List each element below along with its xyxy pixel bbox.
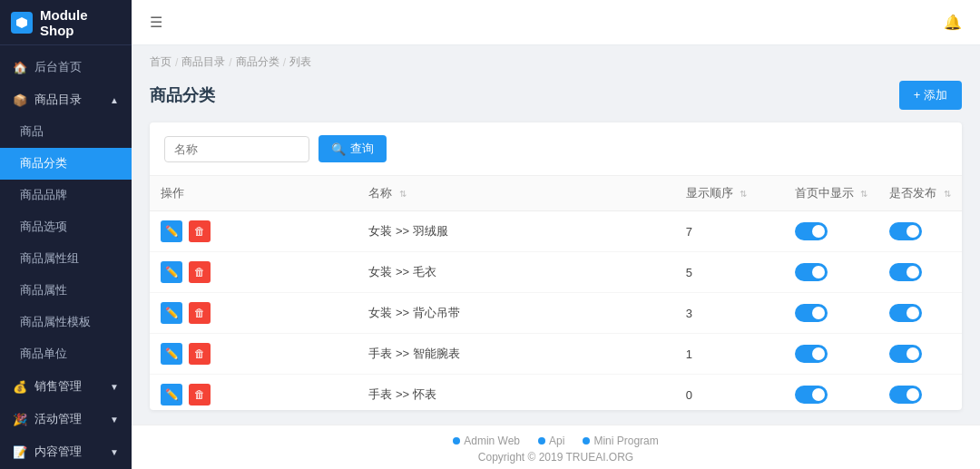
sort-icon-order: ⇅: [740, 189, 747, 199]
sidebar-item-brand[interactable]: 商品品牌: [0, 180, 132, 211]
toggle-published-3[interactable]: [889, 345, 922, 363]
cell-homepage-4: [784, 375, 879, 411]
products-icon: 📦: [13, 93, 27, 107]
app-logo: [11, 12, 33, 34]
sidebar-item-unit[interactable]: 商品单位: [0, 338, 132, 370]
main-area: ☰ 🔔 首页 / 商品目录 / 商品分类 / 列表 商品分类 + 添加 🔍: [132, 0, 980, 469]
sidebar-item-home[interactable]: 🏠 后台首页: [0, 51, 132, 83]
toggle-published-2[interactable]: [889, 304, 922, 322]
footer-admin-label: Admin Web: [464, 435, 520, 447]
sidebar-label-sales: 销售管理: [34, 378, 82, 395]
breadcrumb-home[interactable]: 首页: [150, 54, 172, 70]
cell-name-0: 女装 >> 羽绒服: [358, 211, 674, 252]
toggle-slider-homepage-4: [795, 386, 828, 404]
sidebar-item-option[interactable]: 商品选项: [0, 211, 132, 243]
sidebar-label-attr-tpl: 商品属性模板: [20, 315, 91, 330]
sort-icon-homepage: ⇅: [860, 189, 867, 199]
footer-link-admin[interactable]: Admin Web: [453, 435, 520, 447]
sidebar-label-attr-group: 商品属性组: [20, 251, 79, 267]
toggle-homepage-1[interactable]: [795, 263, 828, 281]
edit-button-2[interactable]: ✏️: [161, 302, 182, 324]
delete-button-3[interactable]: 🗑: [189, 343, 211, 365]
sidebar-item-attr[interactable]: 商品属性: [0, 275, 132, 307]
chevron-down-icon-sales: ▼: [110, 382, 119, 392]
menu-toggle-icon[interactable]: ☰: [150, 14, 162, 31]
edit-button-0[interactable]: ✏️: [161, 220, 182, 242]
cell-action-2: ✏️ 🗑: [150, 293, 358, 334]
cell-order-2: 3: [675, 293, 784, 334]
search-button[interactable]: 🔍 查询: [318, 135, 387, 162]
sidebar-item-attr-group[interactable]: 商品属性组: [0, 243, 132, 275]
breadcrumb-catalog[interactable]: 商品目录: [181, 54, 225, 70]
toggle-slider-published-0: [889, 222, 922, 240]
sidebar-item-category[interactable]: 商品分类: [0, 148, 132, 180]
edit-button-3[interactable]: ✏️: [161, 343, 182, 365]
breadcrumb-category[interactable]: 商品分类: [236, 54, 279, 70]
search-input[interactable]: [164, 136, 309, 162]
toggle-slider-homepage-2: [795, 304, 828, 322]
edit-button-4[interactable]: ✏️: [161, 384, 182, 405]
col-published[interactable]: 是否发布 ⇅: [878, 176, 962, 211]
toggle-published-0[interactable]: [889, 222, 922, 240]
cell-action-3: ✏️ 🗑: [150, 334, 358, 375]
sidebar-label-option: 商品选项: [20, 220, 67, 235]
data-table: 操作 名称 ⇅ 显示顺序 ⇅ 首页中显示: [150, 176, 962, 410]
toggle-homepage-0[interactable]: [795, 222, 828, 240]
chevron-down-icon-activity: ▼: [110, 415, 119, 425]
breadcrumb-sep-1: /: [175, 56, 178, 69]
toggle-slider-published-2: [889, 304, 922, 322]
main-card: 🔍 查询 操作 名称 ⇅: [150, 122, 962, 410]
sidebar-item-goods[interactable]: 商品: [0, 116, 132, 148]
delete-button-2[interactable]: 🗑: [189, 302, 211, 324]
sidebar-item-attr-tpl[interactable]: 商品属性模板: [0, 307, 132, 338]
bell-icon[interactable]: 🔔: [944, 14, 962, 31]
delete-button-4[interactable]: 🗑: [189, 384, 211, 405]
sidebar-item-sales[interactable]: 💰 销售管理 ▼: [0, 370, 132, 403]
footer-link-api[interactable]: Api: [538, 435, 564, 447]
breadcrumb: 首页 / 商品目录 / 商品分类 / 列表: [132, 45, 980, 73]
cell-published-4: [878, 375, 962, 411]
svg-marker-0: [16, 17, 27, 28]
toggle-slider-published-4: [889, 386, 922, 404]
page-header: 商品分类 + 添加: [132, 73, 980, 122]
cell-published-3: [878, 334, 962, 375]
breadcrumb-sep-3: /: [283, 56, 286, 69]
sidebar-item-products[interactable]: 📦 商品目录 ▲: [0, 83, 132, 116]
sidebar-label-attr: 商品属性: [20, 283, 67, 298]
edit-button-1[interactable]: ✏️: [161, 261, 182, 283]
sidebar-label-activity: 活动管理: [34, 411, 82, 427]
search-icon: 🔍: [331, 142, 346, 156]
col-homepage-display[interactable]: 首页中显示 ⇅: [784, 176, 879, 211]
toggle-slider-homepage-1: [795, 263, 828, 281]
cell-published-2: [878, 293, 962, 334]
table-row: ✏️ 🗑 手表 >> 怀表 0: [150, 375, 962, 411]
cell-order-3: 1: [675, 334, 784, 375]
toggle-homepage-4[interactable]: [795, 386, 828, 404]
delete-button-0[interactable]: 🗑: [189, 220, 211, 242]
toggle-homepage-2[interactable]: [795, 304, 828, 322]
sidebar-label-unit: 商品单位: [20, 347, 67, 362]
cell-name-3: 手表 >> 智能腕表: [358, 334, 674, 375]
table-row: ✏️ 🗑 手表 >> 智能腕表 1: [150, 334, 962, 375]
cell-action-1: ✏️ 🗑: [150, 252, 358, 293]
toggle-slider-published-1: [889, 263, 922, 281]
content-area: 首页 / 商品目录 / 商品分类 / 列表 商品分类 + 添加 🔍 查询: [132, 45, 980, 469]
sidebar-label-products: 商品目录: [34, 92, 82, 108]
sidebar-item-content[interactable]: 📝 内容管理 ▼: [0, 435, 132, 468]
cell-name-2: 女装 >> 背心吊带: [358, 293, 674, 334]
breadcrumb-sep-2: /: [229, 56, 231, 69]
toggle-homepage-3[interactable]: [795, 345, 828, 363]
toggle-published-1[interactable]: [889, 263, 922, 281]
home-icon: 🏠: [13, 61, 27, 74]
delete-button-1[interactable]: 🗑: [189, 261, 211, 283]
cell-name-4: 手表 >> 怀表: [358, 375, 674, 411]
cell-published-1: [878, 252, 962, 293]
footer-link-mini[interactable]: Mini Program: [583, 435, 658, 447]
toggle-published-4[interactable]: [889, 386, 922, 404]
add-button[interactable]: + 添加: [899, 81, 962, 110]
page-title: 商品分类: [150, 84, 215, 106]
col-display-order[interactable]: 显示顺序 ⇅: [675, 176, 784, 211]
col-name[interactable]: 名称 ⇅: [358, 176, 674, 211]
sidebar-item-activity[interactable]: 🎉 活动管理 ▼: [0, 403, 132, 435]
circle-icon-mini: [583, 437, 590, 445]
